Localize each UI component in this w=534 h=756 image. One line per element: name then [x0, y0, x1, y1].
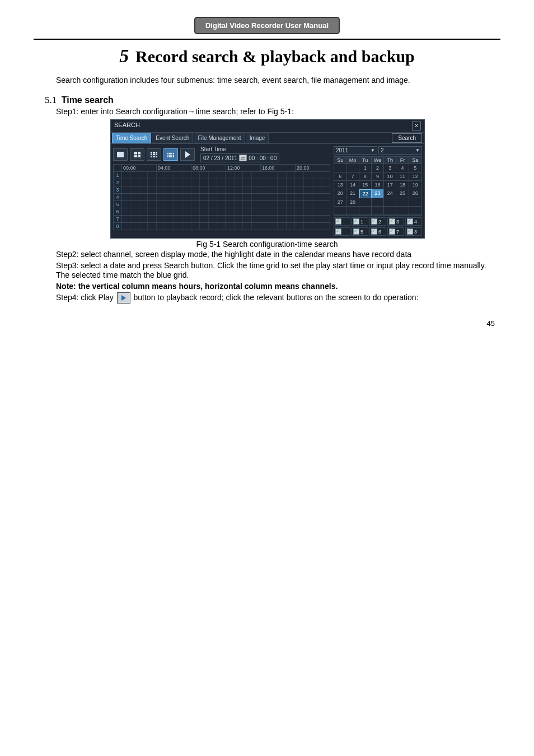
- calendar-day[interactable]: 20: [334, 189, 346, 198]
- start-time-label: Start Time: [200, 146, 279, 152]
- calendar-day: .: [346, 207, 359, 215]
- calendar-day[interactable]: 19: [409, 181, 421, 189]
- start-time-field[interactable]: 02 / 23 / 2011 25 00 : 00 : 00: [200, 153, 279, 162]
- ch-4[interactable]: 4: [405, 217, 422, 226]
- play-inline-icon: [117, 292, 130, 304]
- view-4up-button[interactable]: [130, 148, 144, 161]
- calendar-day[interactable]: 21: [346, 189, 359, 198]
- tl-hour-0: 00:00: [122, 165, 157, 171]
- ch-6[interactable]: 6: [369, 227, 386, 236]
- calendar-day: .: [372, 207, 384, 215]
- page-number: 45: [34, 319, 495, 328]
- chapter-heading: 5 Record search & playback and backup: [34, 45, 500, 67]
- calendar-day[interactable]: 22: [359, 189, 372, 198]
- calendar-day[interactable]: 1: [359, 164, 372, 172]
- section-heading: 5.1 Time search: [45, 95, 500, 106]
- step1: Step1: enter into Search configuration→t…: [56, 107, 500, 116]
- tl-row-label: 5: [114, 201, 122, 208]
- ch-7[interactable]: 7: [387, 227, 404, 236]
- calendar-day[interactable]: 28: [346, 198, 359, 207]
- calendar-day[interactable]: 11: [396, 172, 409, 181]
- tl-hour-5: 20:00: [296, 165, 330, 171]
- calendar-day[interactable]: 27: [334, 198, 346, 207]
- timeline-grid[interactable]: 00:00 04:00 08:00 12:00 16:00 20:00 1 2 …: [113, 164, 330, 230]
- channel-select-row1: 1 2 3 4: [334, 217, 422, 226]
- view-1up-button[interactable]: [113, 148, 128, 161]
- chevron-down-icon: ▼: [371, 148, 375, 153]
- tl-row-label: 7: [114, 216, 122, 222]
- ch-all-bottom[interactable]: [334, 227, 350, 236]
- close-icon[interactable]: ×: [412, 122, 421, 130]
- month-value: 2: [381, 147, 384, 153]
- calendar-day[interactable]: 13: [334, 181, 346, 189]
- cal-wd: Tu: [359, 157, 372, 164]
- tl-row-label: 8: [114, 223, 122, 230]
- tab-event-search[interactable]: Event Search: [152, 133, 193, 143]
- section-number: 5.1: [45, 95, 57, 105]
- ch-8[interactable]: 8: [405, 227, 422, 236]
- view-16up-button[interactable]: [163, 148, 178, 161]
- calendar-day[interactable]: 17: [384, 181, 396, 189]
- calendar-day[interactable]: 12: [409, 172, 421, 181]
- tab-time-search[interactable]: Time Search: [112, 133, 151, 143]
- tl-row-label: 2: [114, 179, 122, 186]
- calendar-day: .: [384, 198, 396, 207]
- calendar-day: .: [359, 207, 372, 215]
- calendar-day: .: [334, 164, 346, 172]
- ch-2[interactable]: 2: [369, 217, 386, 226]
- step3: Step3: select a date and press Search bu…: [56, 261, 500, 281]
- checkbox-icon: [371, 218, 377, 225]
- cal-wd: Fr: [396, 157, 409, 164]
- calendar-icon[interactable]: 25: [239, 155, 247, 161]
- view-9up-button[interactable]: [147, 148, 161, 161]
- step2: Step2: select channel, screen display mo…: [56, 250, 500, 260]
- step1-suffix: time search; refer to Fig 5-1:: [195, 107, 294, 116]
- calendar-day[interactable]: 9: [372, 172, 384, 181]
- intro-text: Search configuration includes four subme…: [56, 76, 500, 85]
- calendar-day[interactable]: 24: [384, 189, 396, 198]
- chapter-title: Record search & playback and backup: [135, 47, 415, 66]
- tab-image[interactable]: Image: [246, 133, 269, 143]
- calendar-day[interactable]: 15: [359, 181, 372, 189]
- calendar-day[interactable]: 18: [396, 181, 409, 189]
- calendar[interactable]: Su Mo Tu We Th Fr Sa ..12345678910111213…: [334, 156, 422, 216]
- checkbox-icon: [389, 228, 395, 235]
- cal-wd: We: [372, 157, 384, 164]
- ch-5[interactable]: 5: [352, 227, 368, 236]
- calendar-day[interactable]: 14: [346, 181, 359, 189]
- play-button[interactable]: [180, 148, 195, 161]
- year-select[interactable]: 2011▼: [334, 146, 377, 155]
- calendar-day[interactable]: 2: [372, 164, 384, 172]
- calendar-day[interactable]: 26: [409, 189, 421, 198]
- checkbox-icon: [371, 228, 377, 235]
- calendar-day: .: [372, 198, 384, 207]
- tl-hour-4: 16:00: [261, 165, 296, 171]
- step4-prefix: Step4: click Play: [56, 293, 116, 302]
- calendar-day[interactable]: 5: [409, 164, 421, 172]
- calendar-day[interactable]: 23: [372, 189, 384, 198]
- search-dialog: SEARCH × Time Search Event Search File M…: [110, 119, 425, 239]
- checkbox-icon: [407, 228, 413, 235]
- calendar-day[interactable]: 25: [396, 189, 409, 198]
- ch-3[interactable]: 3: [387, 217, 404, 226]
- calendar-day[interactable]: 6: [334, 172, 346, 181]
- calendar-day[interactable]: 16: [372, 181, 384, 189]
- calendar-day[interactable]: 7: [346, 172, 359, 181]
- calendar-day[interactable]: 4: [396, 164, 409, 172]
- search-button[interactable]: Search: [392, 133, 422, 143]
- cal-wd: Sa: [409, 157, 421, 164]
- calendar-day[interactable]: 8: [359, 172, 372, 181]
- ch-all-top[interactable]: [334, 217, 350, 226]
- chevron-down-icon: ▼: [415, 148, 420, 153]
- month-select[interactable]: 2▼: [378, 146, 422, 155]
- ch-1[interactable]: 1: [352, 217, 368, 226]
- year-value: 2011: [336, 147, 348, 153]
- calendar-day[interactable]: 3: [384, 164, 396, 172]
- chapter-number: 5: [119, 45, 129, 66]
- tab-file-management[interactable]: File Management: [194, 133, 245, 143]
- step1-prefix: Step1: enter into Search configuration: [56, 107, 188, 116]
- checkbox-icon: [335, 218, 341, 225]
- calendar-day[interactable]: 10: [384, 172, 396, 181]
- checkbox-icon: [335, 228, 341, 235]
- calendar-day: .: [384, 207, 396, 215]
